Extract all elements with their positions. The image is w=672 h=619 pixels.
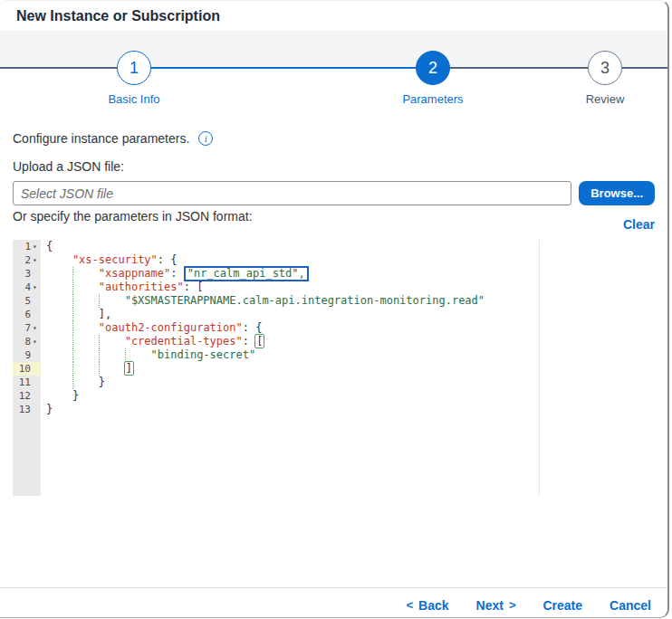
code-line: 8▾ "credential-types": [ xyxy=(13,335,655,348)
fold-arrow-icon[interactable]: ▾ xyxy=(31,253,39,267)
code-line: 11 } xyxy=(13,376,655,389)
select-json-file-input[interactable] xyxy=(13,181,571,205)
gutter-line-number[interactable]: 12 xyxy=(13,389,41,403)
browse-button[interactable]: Browse... xyxy=(579,181,655,205)
json-code-editor[interactable]: 1▾{2▾ "xs-security": {3 "xsappname": "nr… xyxy=(13,240,655,496)
clear-link[interactable]: Clear xyxy=(623,217,655,232)
gutter-line-number[interactable]: 13 xyxy=(13,403,41,416)
back-button[interactable]: < Back xyxy=(406,598,448,613)
step-circle-basic-info[interactable]: 1 xyxy=(117,51,151,85)
gutter-line-number[interactable]: 5 xyxy=(13,294,41,308)
step-circle-parameters[interactable]: 2 xyxy=(416,51,450,85)
dialog-title: New Instance or Subscription xyxy=(16,8,220,24)
step-number: 3 xyxy=(600,59,610,78)
next-button-label: Next xyxy=(476,598,504,613)
upload-json-label: Upload a JSON file: xyxy=(13,159,655,174)
dialog-header: New Instance or Subscription xyxy=(0,1,667,31)
wizard-progress: 1 2 3 Basic Info Parameters Review xyxy=(0,31,667,107)
chevron-right-icon: > xyxy=(509,598,516,612)
new-instance-dialog: New Instance or Subscription 1 2 3 Basic… xyxy=(0,0,669,618)
gutter-line-number[interactable]: 4▾ xyxy=(13,281,41,294)
next-button[interactable]: Next > xyxy=(476,598,516,613)
code-line: 10 ] xyxy=(13,362,655,376)
gutter-line-number[interactable]: 10 xyxy=(13,362,41,376)
gutter-line-number[interactable]: 3 xyxy=(13,267,41,281)
parameters-content: Configure instance parameters. i Upload … xyxy=(0,131,667,496)
progress-line-completed xyxy=(134,67,433,69)
code-line: 2▾ "xs-security": { xyxy=(13,253,655,267)
wizard-band xyxy=(0,31,667,69)
back-button-label: Back xyxy=(418,598,448,613)
create-button[interactable]: Create xyxy=(542,598,582,613)
step-number: 2 xyxy=(428,59,437,78)
code-line: 3 "xsappname": "nr_calm_api_std", xyxy=(13,267,655,281)
step-label-parameters[interactable]: Parameters xyxy=(370,92,496,106)
code-line: 4▾ "authorities": [ xyxy=(13,281,655,294)
fold-arrow-icon[interactable]: ▾ xyxy=(31,240,39,253)
gutter-line-number[interactable]: 7▾ xyxy=(13,321,41,335)
gutter-line-number[interactable]: 6 xyxy=(13,308,41,321)
step-number: 1 xyxy=(130,59,139,78)
chevron-left-icon: < xyxy=(406,598,413,612)
step-label-basic-info[interactable]: Basic Info xyxy=(71,92,197,106)
fold-arrow-icon[interactable]: ▾ xyxy=(31,281,39,294)
step-circle-review[interactable]: 3 xyxy=(588,51,622,85)
gutter-line-number[interactable]: 9 xyxy=(13,348,41,362)
code-line: 7▾ "oauth2-configuration": { xyxy=(13,321,655,335)
cancel-button[interactable]: Cancel xyxy=(610,598,651,613)
footer-bar: < Back Next > Create Cancel xyxy=(0,588,667,618)
gutter-line-number[interactable]: 1▾ xyxy=(13,240,41,253)
gutter-line-number[interactable]: 11 xyxy=(13,376,41,389)
code-line: 13} xyxy=(13,403,655,416)
code-line: 12 } xyxy=(13,389,655,403)
code-line: 1▾{ xyxy=(13,240,655,253)
configure-instruction-text: Configure instance parameters. xyxy=(13,131,189,146)
code-line: 6 ], xyxy=(13,308,655,321)
fold-arrow-icon[interactable]: ▾ xyxy=(31,321,39,335)
code-lines: 1▾{2▾ "xs-security": {3 "xsappname": "nr… xyxy=(13,240,655,416)
or-specify-label: Or specify the parameters in JSON format… xyxy=(13,209,253,224)
highlighted-value-box: "nr_calm_api_std", xyxy=(184,266,309,281)
gutter-line-number[interactable]: 8▾ xyxy=(13,335,41,348)
code-line: 5 "$XSMASTERAPPNAME.calm-api.integration… xyxy=(13,294,655,308)
fold-arrow-icon[interactable]: ▾ xyxy=(31,335,39,348)
info-icon[interactable]: i xyxy=(198,131,213,146)
gutter-line-number[interactable]: 2▾ xyxy=(13,253,41,267)
code-line: 9 "binding-secret" xyxy=(13,348,655,362)
step-label-review[interactable]: Review xyxy=(542,92,668,106)
